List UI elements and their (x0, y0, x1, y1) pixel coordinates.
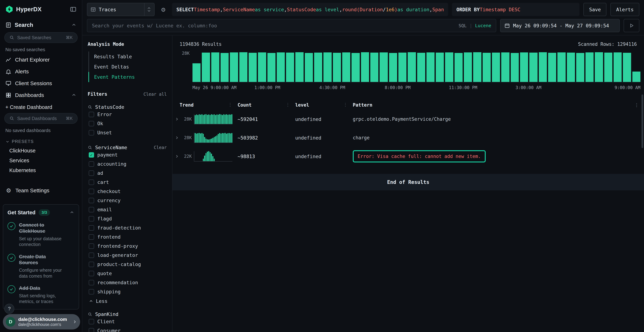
event-search-input[interactable]: Search your events w/ Lucene ex. column:… (87, 19, 496, 32)
filter-option-fraud-detection[interactable]: fraud-detection (88, 223, 167, 232)
checkbox[interactable] (89, 319, 94, 324)
histogram-bar[interactable] (548, 53, 556, 82)
expand-row-icon[interactable] (174, 117, 179, 122)
filter-option-error[interactable]: Error (88, 110, 167, 119)
histogram-bar[interactable] (417, 53, 425, 82)
histogram-bar[interactable] (295, 52, 304, 82)
checkbox[interactable] (89, 252, 94, 258)
histogram-bar[interactable] (324, 52, 332, 82)
checkbox[interactable] (89, 121, 94, 126)
histogram-bar[interactable] (511, 53, 519, 82)
histogram-bar[interactable] (445, 52, 453, 82)
order-by-editor[interactable]: ORDER BY Timestamp DESC (452, 3, 580, 16)
sql-select-editor[interactable]: SELECT Timestamp, ServiceName as service… (172, 3, 448, 16)
checkbox[interactable] (89, 244, 94, 249)
checkbox[interactable] (89, 130, 94, 136)
histogram-bar[interactable] (454, 53, 462, 82)
histogram-bar[interactable] (352, 53, 360, 82)
filter-option-ad[interactable]: ad (88, 168, 167, 178)
histogram-bar[interactable] (220, 53, 228, 82)
checkbox[interactable] (89, 328, 94, 332)
sidebar-collapse-icon[interactable] (70, 6, 76, 13)
histogram-bar[interactable] (586, 52, 594, 82)
checkbox[interactable] (89, 161, 94, 167)
histogram-bar[interactable] (436, 52, 444, 82)
preset-kubernetes[interactable]: Kubernetes (0, 166, 82, 175)
filter-option-recommendation[interactable]: recommendation (88, 278, 167, 287)
column-header-trend[interactable]: Trend⋮ (174, 100, 238, 110)
checkbox[interactable] (89, 198, 94, 203)
histogram-bar[interactable] (380, 52, 388, 82)
date-range-picker[interactable]: May 26 09:09:54 - May 27 09:09:54 (500, 19, 620, 32)
analysis-mode-event-deltas[interactable]: Event Deltas (88, 62, 167, 72)
histogram-bar[interactable] (361, 52, 369, 82)
histogram-bar[interactable] (314, 52, 322, 82)
get-started-item-add-data[interactable]: Add DataStart sending logs, metrics, or … (8, 285, 74, 304)
histogram-bar[interactable] (464, 52, 472, 82)
filter-option-product-catalog[interactable]: product-catalog (88, 260, 167, 269)
table-row[interactable]: 22K~98813undefinedError: Visa cache full… (172, 147, 644, 166)
scrollbar[interactable] (642, 94, 643, 148)
checkbox[interactable] (89, 271, 94, 276)
checkbox[interactable] (89, 112, 94, 117)
histogram-bar[interactable] (305, 53, 313, 82)
histogram-bar[interactable] (230, 52, 238, 82)
column-header-count[interactable]: Count⋮ (238, 100, 295, 110)
lucene-toggle[interactable]: Lucene (475, 23, 491, 28)
checkbox[interactable] (89, 262, 94, 267)
filter-option-cart[interactable]: cart (88, 178, 167, 187)
help-button[interactable]: ? (4, 304, 14, 314)
histogram-bar[interactable] (286, 52, 294, 82)
checkbox[interactable] (89, 152, 94, 158)
checkbox[interactable] (89, 180, 94, 185)
histogram-bar[interactable] (529, 52, 538, 82)
sql-toggle[interactable]: SQL (458, 23, 466, 28)
checkbox[interactable] (89, 234, 94, 240)
filter-option-accounting[interactable]: accounting (88, 160, 167, 168)
preset-services[interactable]: Services (0, 156, 82, 166)
checkbox[interactable] (89, 225, 94, 230)
filter-option-client[interactable]: Client (88, 317, 167, 326)
alerts-button[interactable]: Alerts (610, 3, 639, 16)
sidebar-item-alerts[interactable]: Alerts (0, 66, 82, 78)
sidebar-item-team-settings[interactable]: ⚙ Team Settings (0, 184, 82, 196)
histogram-bar[interactable] (202, 52, 210, 82)
histogram-bar[interactable] (249, 53, 257, 82)
filter-option-flagd[interactable]: flagd (88, 214, 167, 223)
column-menu-icon[interactable]: ⋮ (343, 102, 348, 107)
column-menu-icon[interactable]: ⋮ (228, 102, 232, 107)
saved-searches-input[interactable]: Saved Searches ⌘K (4, 32, 78, 43)
column-header-level[interactable]: level⋮ (295, 100, 353, 110)
histogram-bar[interactable] (277, 52, 285, 82)
histogram-bar[interactable] (492, 52, 500, 82)
histogram-bar[interactable] (192, 63, 200, 82)
histogram-bar[interactable] (239, 52, 248, 82)
save-button[interactable]: Save (583, 3, 606, 16)
table-row[interactable]: 28K~592041undefinedgrpc.oteldemo.Payment… (172, 110, 644, 128)
checkbox[interactable] (89, 280, 94, 285)
expand-row-icon[interactable] (174, 154, 179, 159)
sidebar-item-chart-explorer[interactable]: Chart Explorer (0, 54, 82, 66)
histogram-bar[interactable] (333, 53, 341, 82)
histogram-bar[interactable] (211, 52, 219, 82)
histogram-bar[interactable] (408, 52, 416, 82)
clear-filter-button[interactable]: Clear (154, 145, 167, 150)
sidebar-item-dashboards[interactable]: Dashboards (0, 89, 82, 101)
histogram-bar[interactable] (342, 52, 350, 82)
histogram-bar[interactable] (520, 52, 528, 82)
checkbox[interactable] (89, 289, 94, 294)
histogram-bar[interactable] (258, 52, 266, 82)
show-less-button[interactable]: Less (88, 296, 167, 304)
checkbox[interactable] (89, 207, 94, 212)
histogram-bar[interactable] (398, 52, 406, 82)
histogram-bar[interactable] (558, 52, 566, 82)
sidebar-item-client-sessions[interactable]: Client Sessions (0, 78, 82, 89)
get-started-header[interactable]: Get Started 3/3 (8, 209, 74, 216)
histogram-bar[interactable] (268, 53, 276, 82)
events-histogram[interactable]: 28K (172, 52, 640, 82)
analysis-mode-event-patterns[interactable]: Event Patterns (88, 72, 167, 82)
run-query-button[interactable] (624, 19, 639, 32)
histogram-bar[interactable] (539, 52, 547, 82)
search-section-header[interactable]: Search (0, 17, 82, 30)
column-header-pattern[interactable]: Pattern (353, 100, 630, 110)
